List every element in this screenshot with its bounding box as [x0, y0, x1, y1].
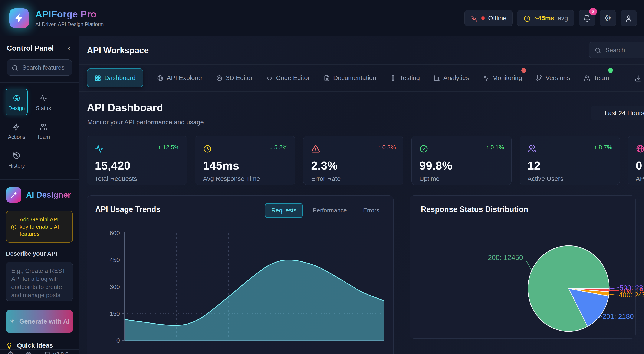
response-status-pie-chart — [410, 196, 636, 339]
sidebar-search[interactable] — [7, 60, 72, 76]
checkcircle-icon — [419, 143, 428, 153]
tab-api-explorer[interactable]: API Explorer — [157, 74, 202, 82]
stat-label: Avg Response Time — [203, 175, 287, 182]
stat-label: API Endpoints — [636, 175, 644, 182]
tab-code-editor[interactable]: Code Editor — [266, 74, 310, 82]
stat-delta: ↑ 12.5% — [158, 144, 180, 151]
tab-monitoring[interactable]: Monitoring — [482, 74, 522, 82]
stat-value: 12 — [528, 159, 612, 172]
stat-label: Error Rate — [311, 175, 396, 182]
tab-3d-editor[interactable]: 3D Editor — [216, 74, 252, 82]
users-icon — [584, 74, 590, 82]
svg-text:450: 450 — [110, 257, 120, 263]
settings-button[interactable]: ⚙ — [600, 10, 616, 26]
target-icon — [216, 74, 223, 82]
tab-notification-dot — [608, 68, 613, 73]
svg-text:300: 300 — [110, 283, 120, 290]
sidebar-item-label: Team — [37, 134, 50, 140]
lightbulb-icon — [6, 341, 13, 349]
tab-dashboard[interactable]: Dashboard — [87, 68, 143, 87]
filetext-icon — [324, 74, 330, 82]
stat-card-error-rate: ↑ 0.3%2.3%Error Rate — [303, 136, 403, 185]
bell-icon — [583, 14, 591, 23]
stat-card-api-endpoints: 0API Endpoints — [628, 136, 644, 185]
toggle-performance[interactable]: Performance — [306, 203, 353, 218]
connection-status-pill[interactable]: Offline — [464, 10, 512, 26]
app-header: APIForge Pro AI-Driven API Design Platfo… — [0, 0, 644, 37]
time-range-button[interactable]: Last 24 Hours — [591, 106, 644, 120]
workspace-search[interactable]: Search — [589, 42, 644, 58]
tab-versions[interactable]: Versions — [536, 74, 570, 82]
sidebar-item-actions[interactable]: Actions — [6, 117, 28, 144]
tab-notification-dot — [521, 68, 526, 73]
search-icon — [12, 64, 18, 71]
history-icon — [13, 151, 20, 160]
sidebar-search-input[interactable] — [22, 64, 66, 71]
sidebar-item-design[interactable]: Design — [6, 89, 28, 115]
search-icon — [595, 47, 601, 54]
stat-label: Uptime — [419, 175, 504, 182]
user-icon — [624, 14, 633, 23]
main-area: API Workspace Search DashboardAPI Explor… — [79, 36, 644, 354]
code-icon — [266, 74, 273, 82]
stat-delta: ↑ 0.3% — [378, 144, 396, 151]
toggle-errors[interactable]: Errors — [357, 203, 386, 218]
stat-cards-row: ↑ 12.5%15,420Total Requests↓ 5.2%145msAv… — [87, 136, 644, 185]
settings-icon[interactable]: ⚙ — [7, 350, 14, 354]
sidebar-item-team[interactable]: Team — [32, 117, 54, 144]
alert-circle-icon — [11, 223, 16, 230]
sidebar-item-label: Status — [36, 105, 51, 111]
sparkles-icon: ✶ — [9, 317, 15, 325]
stat-card-active-users: ↑ 8.7%12Active Users — [520, 136, 620, 185]
tab-documentation[interactable]: Documentation — [324, 74, 376, 82]
globe-icon — [636, 143, 644, 153]
sidebar: Control Panel ‹ DesignStatusActionsTeamH… — [0, 36, 79, 354]
app-logo-bolt-icon — [9, 8, 29, 28]
app-version: v2.0.0 — [53, 351, 68, 354]
svg-text:0: 0 — [116, 337, 120, 344]
stat-value: 2.3% — [311, 159, 396, 172]
ai-designer-title: AI Designer — [26, 191, 71, 200]
toggle-requests[interactable]: Requests — [265, 203, 303, 218]
help-icon[interactable] — [25, 350, 32, 354]
sidebar-item-status[interactable]: Status — [32, 89, 54, 115]
latency-pill[interactable]: ~45ms avg — [517, 10, 574, 26]
ai-designer-wand-icon — [6, 187, 21, 203]
svg-text:150: 150 — [110, 310, 120, 317]
activity-icon — [482, 74, 489, 82]
tab-team[interactable]: Team — [584, 74, 609, 82]
quick-ideas[interactable]: Quick Ideas — [6, 341, 73, 349]
app-tagline: AI-Driven API Design Platform — [35, 21, 104, 27]
activity-icon — [40, 93, 47, 102]
api-usage-trends-panel: API Usage Trends RequestsPerformanceErro… — [87, 195, 394, 354]
sidebar-item-history[interactable]: History — [6, 146, 28, 173]
offline-dot — [481, 17, 485, 20]
stat-card-total-requests: ↑ 12.5%15,420Total Requests — [87, 136, 187, 185]
bookmark-icon[interactable] — [44, 350, 51, 354]
stat-value: 15,420 — [95, 159, 179, 172]
describe-api-label: Describe your API — [6, 250, 73, 257]
pie-label-200: 200: 12450 — [488, 254, 523, 262]
clock-icon — [524, 14, 531, 22]
notification-badge: 3 — [589, 8, 597, 15]
tab-testing[interactable]: Testing — [390, 74, 420, 82]
gear-icon: ⚙ — [604, 14, 612, 23]
sidebar-item-label: Actions — [8, 134, 25, 140]
notifications-button[interactable]: 3 — [579, 10, 595, 26]
zap-icon — [13, 122, 20, 131]
download-icon[interactable] — [635, 74, 642, 82]
sidebar-collapse-button[interactable]: ‹ — [66, 44, 72, 52]
tab-analytics[interactable]: Analytics — [434, 74, 469, 82]
generate-with-ai-button[interactable]: ✶ Generate with AI — [6, 310, 73, 333]
dashboard-title: API Dashboard — [87, 101, 163, 114]
api-description-textarea[interactable] — [6, 262, 73, 301]
response-status-panel: Response Status Distribution 200: 124502… — [410, 195, 636, 339]
stat-value: 145ms — [203, 159, 287, 172]
gemini-api-warning: Add Gemini API key to enable AI features — [6, 211, 73, 243]
sidebar-item-label: Design — [8, 105, 25, 111]
pie-label-500: 500: 23 — [620, 284, 643, 292]
profile-button[interactable] — [620, 10, 637, 26]
palette-icon — [13, 93, 20, 102]
gemini-api-warning-text: Add Gemini API key to enable AI features — [20, 216, 68, 238]
stat-card-avg-response-time: ↓ 5.2%145msAvg Response Time — [195, 136, 295, 185]
